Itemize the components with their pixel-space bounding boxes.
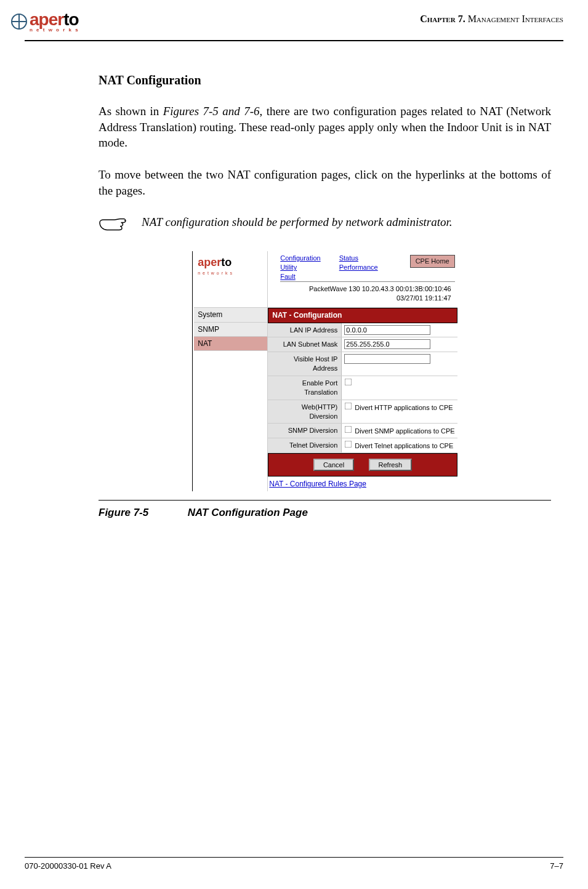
paragraph-1: As shown in Figures 7-5 and 7-6, there a… <box>99 103 551 151</box>
configured-rules-link[interactable]: NAT - Configured Rules Page <box>268 477 457 491</box>
check-telnet-divert[interactable] <box>345 441 352 448</box>
doc-id: 070-20000330-01 Rev A <box>25 861 111 871</box>
brand-text-2: to <box>63 10 78 29</box>
globe-icon <box>11 14 27 30</box>
brand-text-1: aper <box>30 10 63 29</box>
brand-subtext: n e t w o r k s <box>30 27 79 33</box>
nav-status[interactable]: Status <box>339 254 378 263</box>
figure-caption: Figure 7-5 NAT Configuration Page <box>0 507 588 519</box>
check-snmp-divert[interactable] <box>345 426 352 433</box>
embedded-screenshot: aperto n e t w o r k s Configuration Uti… <box>192 251 457 491</box>
label-http-divert: Web(HTTP) Diversion <box>268 400 342 424</box>
figure-title: NAT Configuration Page <box>188 507 308 518</box>
pointing-hand-icon <box>99 214 127 233</box>
panel-title: NAT - Configuration <box>268 308 457 323</box>
chapter-header: Chapter 7. Management Interfaces <box>420 14 563 25</box>
side-nav: System SNMP NAT <box>194 308 268 491</box>
device-info-line1: PacketWave 130 10.20.43.3 00:01:3B:00:10… <box>284 284 451 294</box>
refresh-button[interactable]: Refresh <box>369 459 413 471</box>
nav-configuration[interactable]: Configuration <box>280 254 320 263</box>
label-enable-port: Enable Port Translation <box>268 376 342 400</box>
input-visible-host[interactable] <box>344 354 430 364</box>
check-http-divert[interactable] <box>345 402 352 409</box>
ss-logo: aperto n e t w o r k s <box>194 251 268 308</box>
paragraph-2: To move between the two NAT configuratio… <box>99 167 551 198</box>
brand-logo: aperto n e t w o r k s <box>11 10 79 33</box>
chapter-title: Management Interfaces <box>468 14 563 24</box>
nav-fault[interactable]: Fault <box>280 272 320 281</box>
note-text: NAT configuration should be performed by… <box>142 214 453 230</box>
input-lan-ip[interactable] <box>344 325 430 335</box>
footer-rule <box>25 857 563 858</box>
label-subnet: LAN Subnet Mask <box>268 337 342 352</box>
label-snmp-divert: SNMP Diversion <box>268 424 342 438</box>
check-enable-port[interactable] <box>345 379 352 386</box>
cancel-button[interactable]: Cancel <box>313 459 354 471</box>
figure-reference: Figures 7-5 and 7-6 <box>163 105 260 118</box>
section-title: NAT Configuration <box>99 72 551 89</box>
input-subnet[interactable] <box>344 339 430 349</box>
figure-number: Figure 7-5 <box>99 507 185 519</box>
note-block: NAT configuration should be performed by… <box>99 214 551 233</box>
sidebar-item-snmp[interactable]: SNMP <box>194 323 267 337</box>
cpe-home-button[interactable]: CPE Home <box>410 255 455 268</box>
label-telnet-divert: Telnet Diversion <box>268 438 342 453</box>
chapter-prefix: Chapter 7. <box>420 14 467 24</box>
button-bar: Cancel Refresh <box>268 453 457 477</box>
device-info-line2: 03/27/01 19:11:47 <box>284 294 451 303</box>
label-visible-host: Visible Host IP Address <box>268 352 342 376</box>
sidebar-item-nat[interactable]: NAT <box>194 337 267 351</box>
svg-point-0 <box>124 220 126 222</box>
device-info-bar: PacketWave 130 10.20.43.3 00:01:3B:00:10… <box>280 281 454 305</box>
figure-separator <box>99 500 551 501</box>
nav-utility[interactable]: Utility <box>280 263 320 272</box>
nav-performance[interactable]: Performance <box>339 263 378 272</box>
sidebar-item-system[interactable]: System <box>194 308 267 322</box>
page-number: 7–7 <box>550 861 563 871</box>
label-lan-ip: LAN IP Address <box>268 323 342 337</box>
